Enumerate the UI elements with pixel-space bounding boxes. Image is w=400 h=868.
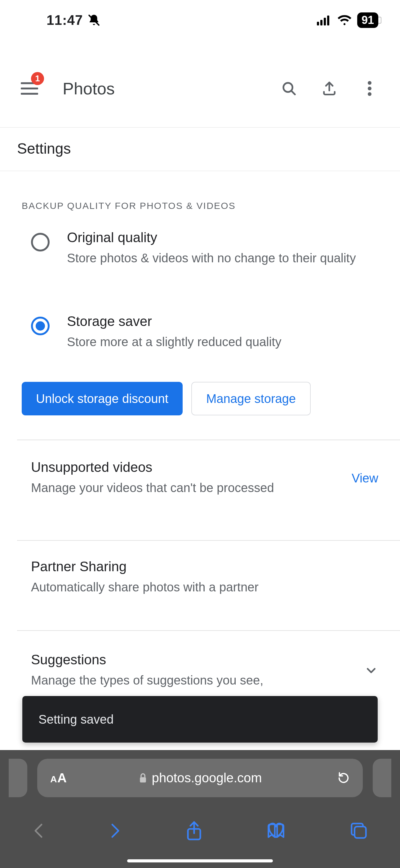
view-link[interactable]: View	[352, 471, 378, 485]
manage-storage-button[interactable]: Manage storage	[191, 382, 311, 415]
status-bar: 11:47 91	[0, 0, 400, 40]
refresh-icon[interactable]	[337, 772, 350, 784]
section-header-backup-quality: BACKUP QUALITY FOR PHOTOS & VIDEOS	[0, 189, 400, 222]
bookmarks-icon[interactable]	[267, 823, 285, 839]
row-unsupported-videos[interactable]: Unsupported videos Manage your videos th…	[0, 460, 400, 497]
divider	[17, 630, 400, 631]
row-partner-sharing[interactable]: Partner Sharing Automatically share phot…	[0, 559, 400, 596]
row-title: Unsupported videos	[31, 460, 352, 475]
radio-title: Original quality	[67, 230, 378, 245]
svg-point-7	[368, 87, 371, 90]
silent-bell-icon	[88, 14, 100, 27]
svg-rect-11	[355, 827, 366, 838]
radio-subtitle: Store photos & videos with no change to …	[67, 249, 378, 267]
svg-point-6	[368, 81, 371, 85]
search-icon[interactable]	[280, 79, 298, 98]
row-subtitle: Manage your videos that can't be process…	[31, 479, 304, 497]
svg-point-8	[368, 92, 371, 96]
radio-unchecked-icon[interactable]	[31, 233, 49, 251]
radio-subtitle: Store more at a slightly reduced quality	[67, 333, 378, 351]
browser-chrome: AA photos.google.com	[0, 750, 400, 868]
radio-title: Storage saver	[67, 314, 378, 329]
svg-rect-3	[327, 16, 329, 26]
share-icon[interactable]	[186, 821, 202, 841]
row-suggestions[interactable]: Suggestions Manage the types of suggesti…	[0, 652, 400, 689]
overflow-menu-icon[interactable]	[360, 79, 379, 98]
tabs-icon[interactable]	[350, 822, 368, 840]
svg-rect-0	[317, 22, 319, 26]
divider	[17, 440, 400, 440]
browser-toolbar	[0, 809, 400, 852]
svg-rect-1	[320, 20, 323, 26]
row-title: Suggestions	[31, 652, 358, 668]
row-title: Partner Sharing	[31, 559, 378, 574]
chevron-down-icon[interactable]	[364, 663, 378, 678]
text-size-button[interactable]: AA	[50, 771, 67, 785]
svg-rect-2	[324, 18, 326, 26]
home-indicator[interactable]	[127, 859, 273, 862]
menu-button[interactable]: 1	[19, 78, 40, 99]
toast-setting-saved: Setting saved	[22, 696, 378, 743]
status-time: 11:47	[46, 12, 83, 28]
divider	[17, 540, 400, 541]
tab-peek-left[interactable]	[9, 759, 27, 797]
upload-icon[interactable]	[320, 79, 339, 98]
menu-badge: 1	[31, 72, 44, 85]
cellular-icon	[317, 15, 332, 26]
app-title: Photos	[63, 79, 280, 98]
unlock-storage-discount-button[interactable]: Unlock storage discount	[22, 382, 182, 415]
radio-checked-icon[interactable]	[31, 317, 49, 335]
page-title: Settings	[0, 127, 400, 171]
battery-indicator: 91	[357, 12, 378, 28]
url-text: photos.google.com	[152, 771, 262, 785]
wifi-icon	[337, 15, 352, 26]
radio-row-original-quality[interactable]: Original quality Store photos & videos w…	[0, 230, 400, 267]
lock-icon	[138, 773, 147, 783]
app-header: 1 Photos	[0, 65, 400, 112]
button-row: Unlock storage discount Manage storage	[22, 382, 311, 415]
svg-rect-9	[140, 777, 146, 783]
row-subtitle: Automatically share photos with a partne…	[31, 578, 304, 596]
address-bar[interactable]: AA photos.google.com	[37, 759, 363, 797]
row-subtitle: Manage the types of suggestions you see,	[31, 671, 304, 689]
svg-line-5	[291, 91, 295, 94]
radio-row-storage-saver[interactable]: Storage saver Store more at a slightly r…	[0, 314, 400, 351]
back-icon	[32, 823, 45, 839]
tab-peek-right[interactable]	[373, 759, 391, 797]
forward-icon[interactable]	[109, 823, 122, 839]
